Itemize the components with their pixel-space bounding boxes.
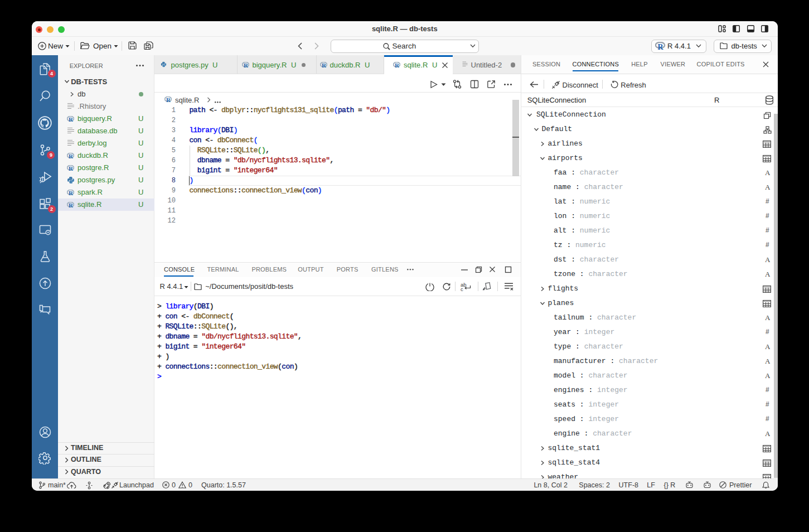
svg-text:R: R — [69, 116, 74, 122]
svg-text:c: c — [461, 286, 463, 292]
svg-text:R: R — [322, 62, 327, 68]
svg-text:R: R — [69, 190, 74, 196]
svg-text:R: R — [69, 202, 74, 208]
svg-text:R: R — [244, 62, 249, 68]
svg-text:R: R — [69, 165, 74, 171]
svg-text:R: R — [657, 43, 663, 50]
svg-text:R: R — [166, 96, 171, 103]
svg-text:R: R — [395, 62, 400, 68]
svg-text:R: R — [69, 153, 74, 159]
